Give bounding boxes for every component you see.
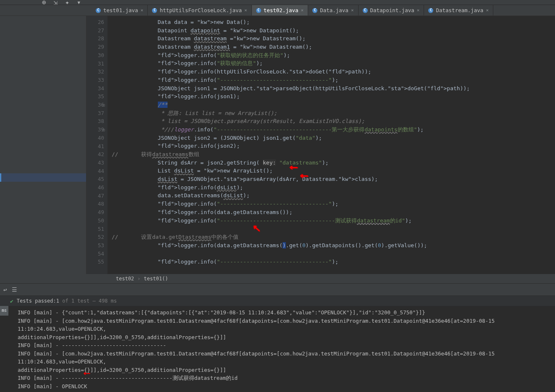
editor-tabs: Ctest01.java×ChttpUtilsForCloseLock.java…: [0, 5, 555, 16]
breadcrumb-class[interactable]: test02: [116, 276, 134, 282]
target-icon[interactable]: ⊕: [42, 0, 46, 6]
java-file-icon: C: [256, 8, 261, 13]
java-file-icon: C: [96, 8, 101, 13]
tab-httputilsforcloselock-java[interactable]: ChttpUtilsForCloseLock.java×: [148, 5, 251, 16]
java-file-icon: C: [363, 8, 368, 13]
console-line: additionalProperties={}]],id=3200_0_5750…: [18, 333, 551, 342]
close-icon[interactable]: ×: [351, 8, 354, 13]
tests-passed-label: Tests passed:: [17, 298, 56, 304]
return-icon[interactable]: ↩: [3, 286, 7, 293]
console-line: INFO [main] - OPENLOCK: [18, 382, 551, 391]
sidebar-selection: [0, 173, 86, 182]
tab-label: Data.java: [320, 7, 348, 13]
settings-icon[interactable]: ✦: [65, 0, 69, 6]
console-line: INFO [main] - --------------------------…: [18, 390, 551, 392]
tab-datastream-java[interactable]: CDatastream.java×: [424, 5, 493, 16]
code-editor[interactable]: Data data = "kw">new Data(); Datapoint d…: [107, 16, 555, 274]
console-side-strip[interactable]: ms: [0, 306, 8, 316]
collapse-icon[interactable]: ⇲: [54, 0, 58, 6]
check-icon: ✔: [10, 298, 13, 304]
annotation-arrow-4: ←: [83, 369, 90, 377]
close-icon[interactable]: ×: [244, 8, 247, 13]
close-icon[interactable]: ×: [141, 8, 144, 13]
console-line: INFO [main] - --------------------------…: [18, 374, 551, 382]
console-line: additionalProperties={}]],id=3200_0_5750…: [18, 366, 551, 374]
tab-label: Datapoint.java: [370, 7, 414, 13]
java-file-icon: C: [312, 8, 317, 13]
tab-test02-java[interactable]: Ctest02.java×: [252, 5, 308, 16]
project-sidebar[interactable]: [0, 16, 86, 274]
tab-test01-java[interactable]: Ctest01.java×: [92, 5, 148, 16]
chevron-right-icon: ›: [137, 276, 140, 282]
console-line: INFO [main] - [com.how2java.testMiniProg…: [18, 350, 551, 366]
tab-label: Datastream.java: [436, 7, 483, 13]
tab-label: test02.java: [264, 7, 298, 13]
annotation-arrow-1: ←: [289, 163, 298, 171]
close-icon[interactable]: ×: [417, 8, 420, 13]
breadcrumb-method[interactable]: test01(): [144, 276, 168, 282]
fold-start-icon[interactable]: ⊟: [102, 101, 105, 110]
java-file-icon: C: [428, 8, 433, 13]
tab-label: test01.java: [103, 7, 138, 13]
list-icon[interactable]: ☰: [12, 286, 17, 293]
fold-end-icon[interactable]: ⊟: [102, 126, 105, 134]
breadcrumb[interactable]: test02 › test01(): [0, 274, 555, 283]
tab-label: httpUtilsForCloseLock.java: [160, 7, 242, 13]
java-file-icon: C: [152, 8, 157, 13]
tab-datapoint-java[interactable]: CDatapoint.java×: [359, 5, 424, 16]
tests-total: of 1 test – 498 ms: [59, 298, 117, 304]
console-line: INFO [main] - [com.how2java.testMiniProg…: [18, 317, 551, 333]
close-icon[interactable]: ×: [486, 8, 489, 13]
line-gutter: 2627282930313233343536373839404142434445…: [86, 16, 107, 274]
close-icon[interactable]: ×: [301, 8, 304, 13]
dropdown-icon[interactable]: ▾: [77, 0, 81, 6]
main-toolbar: ⊕ ⇲ ✦ ▾: [0, 0, 555, 5]
tab-data-java[interactable]: CData.java×: [308, 5, 358, 16]
console-line: INFO [main] - {"count":1,"datastreams":[…: [18, 308, 551, 317]
console-line: INFO [main] - --------------------------…: [18, 341, 551, 350]
tests-passed-count: 1: [56, 298, 59, 304]
test-status-bar: ✔ Tests passed: 1 of 1 test – 498 ms: [0, 296, 555, 306]
console-output[interactable]: ms ← INFO [main] - {"count":1,"datastrea…: [0, 306, 555, 392]
annotation-arrow-2: ←: [300, 171, 308, 180]
tool-window-header[interactable]: ↩ ☰: [0, 283, 555, 296]
